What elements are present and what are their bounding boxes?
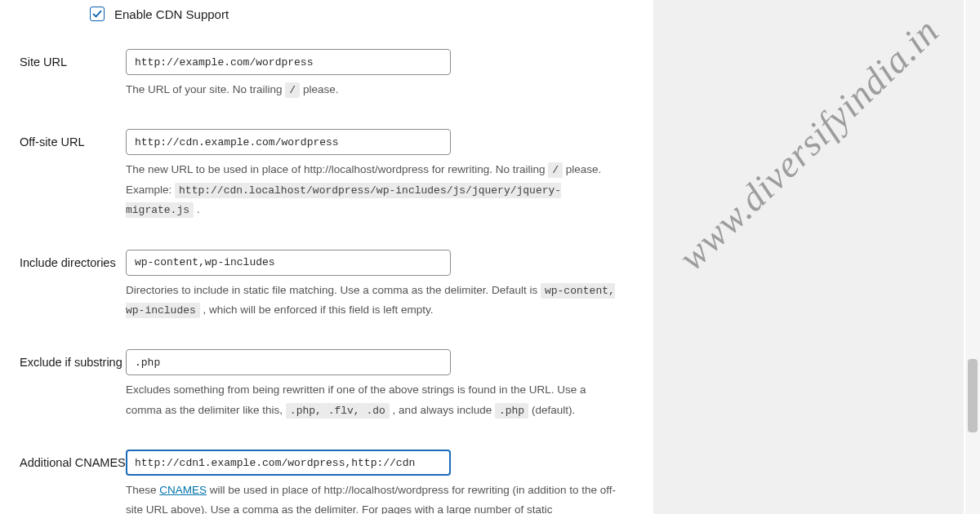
site-url-row: Site URL The URL of your site. No traili…: [0, 49, 653, 100]
help-text: please.: [563, 163, 601, 175]
help-text: The URL of your site. No trailing: [126, 83, 285, 95]
exclude-row: Exclude if substring Excludes something …: [0, 349, 653, 420]
help-text: , which will be enforced if this field i…: [200, 304, 434, 316]
include-dirs-help: Directories to include in static file ma…: [126, 281, 624, 321]
enable-cdn-checkbox[interactable]: [90, 7, 105, 21]
help-text: .: [194, 203, 200, 215]
cnames-label: Additional CNAMES: [20, 450, 126, 472]
include-dirs-input[interactable]: [126, 250, 451, 276]
include-dirs-row: Include directories Directories to inclu…: [0, 250, 653, 321]
scrollbar-track[interactable]: [965, 0, 980, 514]
example-code: http://cdn.localhost/wordpress/wp-includ…: [126, 183, 561, 218]
slash-code: /: [285, 82, 300, 98]
settings-form: Enable CDN Support Site URL The URL of y…: [0, 0, 653, 514]
cnames-row: Additional CNAMES These CNAMES will be u…: [0, 450, 653, 514]
enable-cdn-label: Enable CDN Support: [114, 7, 229, 21]
offsite-url-help: The new URL to be used in place of http:…: [126, 160, 624, 219]
help-text: , and always include: [390, 404, 495, 416]
help-text: please.: [300, 83, 338, 95]
exclude-label: Exclude if substring: [20, 349, 126, 372]
slash-code: /: [548, 162, 563, 178]
site-url-label: Site URL: [20, 49, 126, 72]
cnames-link[interactable]: CNAMES: [159, 484, 207, 496]
exclude-help: Excludes something from being rewritten …: [126, 380, 624, 420]
scrollbar-thumb[interactable]: [968, 359, 978, 432]
php-code: .php: [495, 403, 528, 419]
help-text: Directories to include in static file ma…: [126, 284, 541, 296]
help-text: These: [126, 484, 159, 496]
cnames-help: These CNAMES will be used in place of ht…: [126, 481, 624, 514]
enable-cdn-row: Enable CDN Support: [0, 7, 653, 21]
offsite-url-input[interactable]: [126, 129, 451, 155]
help-text: Example:: [126, 184, 175, 196]
exclude-input[interactable]: [126, 349, 451, 375]
offsite-url-row: Off-site URL The new URL to be used in p…: [0, 129, 653, 219]
include-dirs-label: Include directories: [20, 250, 126, 273]
help-text: The new URL to be used in place of http:…: [126, 163, 548, 175]
help-text: (default).: [528, 404, 575, 416]
site-url-input[interactable]: [126, 49, 451, 75]
exclude-ext-code: .php, .flv, .do: [286, 403, 390, 419]
offsite-url-label: Off-site URL: [20, 129, 126, 152]
cnames-input[interactable]: [126, 450, 451, 476]
side-panel: [653, 0, 964, 514]
check-icon: [92, 9, 102, 19]
site-url-help: The URL of your site. No trailing / plea…: [126, 80, 624, 100]
